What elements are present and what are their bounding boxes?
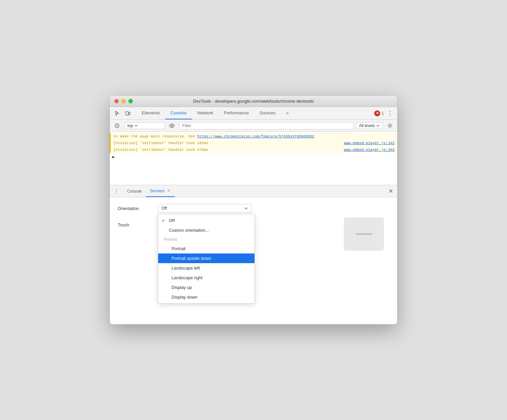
dropdown-item-display-down[interactable]: Display down (158, 292, 255, 302)
dropdown-item-off[interactable]: ✓ Off (158, 216, 255, 225)
device-icon (125, 111, 130, 116)
tab-performance[interactable]: Performance (219, 107, 254, 119)
svg-line-3 (116, 125, 118, 127)
tab-sources[interactable]: Sources (254, 107, 281, 119)
dropdown-arrow-icon (134, 124, 138, 127)
tab-network[interactable]: Network (192, 107, 219, 119)
tab-elements[interactable]: Elements (136, 107, 165, 119)
bottom-tab-sensors[interactable]: Sensors ✕ (146, 185, 175, 197)
close-bottom-panel[interactable]: ✕ (387, 187, 395, 195)
svg-point-6 (389, 125, 391, 127)
console-line: [Violation] 'setTimeout' handler took 47… (110, 146, 397, 153)
context-selector[interactable]: top (124, 122, 165, 129)
orientation-dropdown-arrow (244, 207, 248, 210)
console-settings-button[interactable] (385, 121, 395, 130)
eye-icon (169, 124, 175, 128)
sensors-content: Orientation Off ✓ Off (110, 197, 397, 324)
devtools-tabs: Elements Console Network Performance Sou… (136, 107, 294, 119)
console-line: to make the page more responsive. See ht… (110, 133, 397, 140)
orientation-row: Orientation Off ✓ Off (118, 204, 389, 213)
console-expand-arrow[interactable]: ▶ (110, 153, 397, 161)
orientation-select-trigger[interactable]: Off (158, 204, 251, 213)
svg-point-5 (171, 125, 173, 126)
error-badge[interactable]: ✕ 1 (374, 110, 384, 116)
window-title: DevTools - developers.google.com/web/too… (110, 99, 397, 104)
bottom-panel: ⋮ Console Sensors ✕ ✕ Orientation Off (110, 185, 397, 324)
error-icon: ✕ (374, 110, 380, 116)
dropdown-item-portrait[interactable]: Portrait (158, 244, 255, 253)
source-link[interactable]: www-embed-player.js:342 (344, 140, 395, 146)
console-content: to make the page more responsive. See ht… (110, 132, 397, 185)
close-sensors-tab[interactable]: ✕ (167, 189, 171, 193)
dropdown-presets-header: Presets (158, 235, 255, 244)
tab-more[interactable]: » (281, 107, 294, 119)
chromestatus-link[interactable]: https://www.chromestatus.com/feature/574… (197, 134, 314, 138)
inspect-element-button[interactable] (112, 109, 122, 118)
dropdown-item-landscape-right[interactable]: Landscape right (158, 273, 255, 283)
device-toggle-button[interactable] (123, 109, 132, 118)
level-dropdown-icon (376, 124, 380, 127)
check-icon: ✓ (162, 218, 165, 223)
orientation-dropdown-wrapper: Off ✓ Off Custom orientation... (158, 204, 251, 213)
maximize-button[interactable] (128, 99, 133, 103)
bottom-tabs-bar: ⋮ Console Sensors ✕ ✕ (110, 185, 397, 197)
phone-preview (344, 217, 384, 251)
devtools-toolbar: Elements Console Network Performance Sou… (110, 107, 397, 120)
tab-console[interactable]: Console (165, 107, 192, 119)
orientation-dropdown-menu: ✓ Off Custom orientation... Presets Port… (158, 214, 255, 304)
svg-rect-1 (129, 112, 130, 115)
console-toolbar: top All levels (110, 120, 397, 132)
dropdown-item-custom[interactable]: Custom orientation... (158, 225, 255, 235)
dropdown-item-display-up[interactable]: Display up (158, 283, 255, 292)
dropdown-item-landscape-left[interactable]: Landscape left (158, 263, 255, 273)
devtools-window: DevTools - developers.google.com/web/too… (110, 96, 397, 324)
title-bar: DevTools - developers.google.com/web/too… (110, 96, 397, 107)
svg-point-4 (170, 124, 174, 127)
traffic-lights (114, 99, 133, 103)
clear-console-button[interactable] (112, 121, 122, 130)
clear-icon (115, 123, 119, 128)
gear-icon (387, 123, 393, 128)
filter-input[interactable] (179, 122, 353, 129)
dropdown-item-portrait-upside-down[interactable]: Portrait upside down (158, 253, 255, 263)
more-options-button[interactable]: ⋮ (385, 109, 395, 118)
level-selector[interactable]: All levels (356, 122, 383, 129)
touch-label: Touch (118, 220, 158, 227)
orientation-label: Orientation (118, 204, 158, 211)
filter-types-button[interactable] (167, 121, 177, 130)
cursor-icon (114, 111, 120, 116)
panel-menu-button[interactable]: ⋮ (112, 187, 120, 195)
bottom-tab-console[interactable]: Console (123, 185, 146, 197)
phone-bar (356, 233, 372, 235)
svg-rect-0 (126, 112, 128, 115)
console-line: [Violation] 'setTimeout' handler took 10… (110, 140, 397, 146)
minimize-button[interactable] (121, 99, 126, 103)
source-link[interactable]: www-embed-player.js:342 (344, 147, 395, 152)
close-button[interactable] (114, 99, 119, 103)
